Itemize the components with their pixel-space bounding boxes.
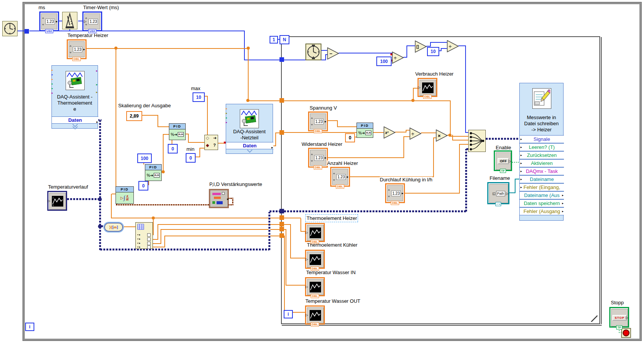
temperatur-wasser-out-indicator[interactable]: ▷ DBL bbox=[305, 305, 325, 325]
increment-decrement-icon[interactable] bbox=[42, 17, 45, 26]
increment-decrement-icon[interactable] bbox=[333, 173, 336, 181]
port-row-aktivieren[interactable]: ▸Aktivieren bbox=[520, 159, 564, 167]
divide-function[interactable]: ÷ bbox=[392, 52, 404, 65]
daq-assistent-thermoelemente[interactable]: DAQ-Assistent - Thermoelement e Daten ▸ … bbox=[51, 65, 98, 129]
pid-gains-cluster[interactable]: ▸ bbox=[209, 189, 229, 208]
decorative bbox=[310, 310, 321, 321]
expand-chevron-icon[interactable] bbox=[226, 150, 273, 152]
wait-until-next-ms-metronome-icon[interactable] bbox=[62, 12, 77, 29]
expand-chevron-icon[interactable] bbox=[52, 124, 98, 129]
hundred-constant[interactable]: 100 bbox=[137, 153, 152, 163]
loop-count-constant[interactable]: 1 bbox=[270, 36, 278, 44]
decorative bbox=[470, 136, 472, 138]
index-array[interactable]: ▪·▸ ▪·▸ ▪·▸ ▪·▸ bbox=[135, 222, 153, 249]
wire-junction bbox=[247, 47, 250, 50]
zero-constant[interactable]: 0 bbox=[168, 144, 178, 153]
port-row-daqmx-task[interactable]: ▸DAQmx - Task bbox=[520, 167, 564, 175]
index-array-element-function[interactable]: [] bbox=[415, 40, 427, 54]
decorative: 20 bbox=[52, 196, 63, 207]
wire bbox=[199, 148, 200, 157]
hundred-constant[interactable]: 100 bbox=[376, 57, 392, 66]
decorative bbox=[422, 82, 434, 93]
tick-count-clock-icon[interactable] bbox=[305, 44, 321, 60]
temperaturverlauf-chart[interactable]: ▷ 20 bbox=[47, 191, 67, 211]
write-measurement-file-vi[interactable]: Messwerte in Datei schreiben -> Heizer ▸… bbox=[519, 83, 564, 221]
thermoelement-kuehler-indicator[interactable]: ▷ DBL bbox=[305, 250, 325, 269]
wire bbox=[157, 224, 158, 240]
zero-constant[interactable]: 0 bbox=[138, 181, 148, 191]
max-constant[interactable]: 10 bbox=[193, 92, 205, 102]
port-row-fehler-eingang[interactable]: ▸Fehler (Eingang, bbox=[520, 183, 564, 191]
increment-decrement-icon[interactable] bbox=[311, 153, 314, 162]
port-row-dateiname-aus[interactable]: Dateiname (Aus▸ bbox=[520, 191, 564, 199]
pid-percent-to-egu-2[interactable]: PID %➔n.n bbox=[145, 164, 162, 181]
decorative: d bbox=[127, 195, 128, 197]
thermoelement-heizer-indicator[interactable]: ▷ DBL bbox=[305, 223, 325, 242]
increment-decrement-icon[interactable] bbox=[311, 117, 314, 126]
wire bbox=[87, 48, 116, 49]
decorative bbox=[217, 201, 223, 204]
wait-timer-clock-icon[interactable] bbox=[2, 21, 18, 36]
pid-percent-to-egu-1[interactable]: PID %➔n.n bbox=[169, 123, 186, 140]
loop-resize-notch[interactable] bbox=[591, 315, 597, 322]
anzahl-control[interactable]: 1.23 ▸ DBL bbox=[330, 167, 350, 187]
pid-percent-to-egu-3[interactable]: PID %➔n.n bbox=[357, 123, 373, 138]
stopp-control[interactable]: STOP ▷ TF bbox=[609, 307, 629, 328]
divide-function[interactable]: ÷ bbox=[447, 40, 459, 54]
widerstand-control[interactable]: 1.23 ▸ DBL bbox=[308, 148, 328, 168]
enable-control[interactable]: OFF ▷ TF bbox=[494, 150, 512, 171]
temperatur-heizer-control[interactable]: 1.23 ▸ DBL bbox=[67, 39, 87, 59]
spannung-control[interactable]: 1.23 ▸ DBL bbox=[308, 111, 328, 131]
for-loop-n-terminal[interactable]: N bbox=[279, 35, 289, 44]
index-row: ▪·▸ bbox=[137, 237, 140, 241]
pid-vi[interactable]: PID ▷ ∫ ddt bbox=[116, 186, 134, 204]
square-function[interactable]: x² bbox=[384, 126, 396, 140]
divide-function[interactable]: ÷ bbox=[410, 128, 422, 141]
in-range-and-coerce[interactable]: ◇ ◆ ➜ ? bbox=[204, 135, 218, 150]
wire bbox=[244, 31, 245, 60]
verbrauch-heizer-indicator[interactable]: ▷ DBL bbox=[418, 78, 437, 97]
merge-signals[interactable] bbox=[468, 130, 486, 152]
decorative bbox=[14, 28, 15, 29]
for-loop-iteration-terminal[interactable]: i bbox=[284, 310, 293, 318]
min-constant[interactable]: 0 bbox=[186, 153, 196, 163]
skalierung-constant[interactable]: 2,89 bbox=[126, 111, 142, 121]
port-row-daten-speichern[interactable]: Daten speichern▸ bbox=[520, 199, 564, 207]
multiply-function[interactable]: × bbox=[436, 129, 448, 143]
decorative bbox=[310, 228, 321, 238]
ten-constant[interactable]: 10 bbox=[427, 47, 439, 56]
filename-control[interactable]: ◱ Path ▷ ⌐¬ bbox=[487, 182, 509, 204]
temperatur-wasser-in-indicator[interactable]: ▷ DBL bbox=[305, 277, 325, 296]
wire bbox=[99, 120, 101, 250]
decorative: 2 bbox=[53, 197, 54, 199]
stop-button[interactable]: STOP bbox=[612, 315, 627, 321]
timer-wert-indicator[interactable]: ▷ 1.23 U32 bbox=[82, 11, 102, 31]
decorative[interactable]: Path bbox=[496, 191, 506, 196]
port-row-fehler-ausgang[interactable]: Fehler (Ausgang▸ bbox=[520, 207, 564, 215]
decorative bbox=[310, 257, 320, 263]
tunnel bbox=[24, 29, 29, 34]
question-icon: ? bbox=[213, 143, 216, 147]
daq-assistent-netzteil[interactable]: DAQ-Assistent -Netzteil Daten ▸ ▸ ▸ ▸ ▸ bbox=[226, 104, 273, 154]
loop-condition-terminal[interactable] bbox=[621, 328, 631, 338]
port-row-zuruecksetzen[interactable]: ▸Zurücksetzen bbox=[520, 151, 564, 159]
port-row-signale[interactable]: ▸Signale bbox=[520, 135, 564, 143]
subtract-function[interactable]: − bbox=[327, 47, 339, 61]
decorative bbox=[306, 44, 321, 60]
zero-constant[interactable]: 0 bbox=[345, 133, 355, 142]
port-row-dateiname[interactable]: ▸Dateiname bbox=[520, 175, 564, 183]
increment-decrement-icon[interactable] bbox=[388, 189, 391, 197]
type-tag: U32 bbox=[45, 29, 53, 33]
convert-from-dynamic-data[interactable]: ⟩⟨ [ db ] bbox=[103, 222, 124, 233]
off-button[interactable]: OFF bbox=[498, 158, 509, 164]
durchlauf-control[interactable]: 1.23 ▸ DBL bbox=[385, 183, 405, 203]
while-loop-iteration-terminal[interactable]: i bbox=[25, 323, 34, 331]
type-tag: U32 bbox=[88, 29, 96, 33]
ms-control[interactable]: 1.23 ▸ U32 bbox=[39, 11, 59, 31]
port-row-leeren[interactable]: ▸Leeren? (T) bbox=[520, 143, 564, 151]
decorative bbox=[311, 124, 313, 126]
decorative bbox=[388, 196, 390, 197]
decorative: DAQmx - Task bbox=[526, 168, 558, 174]
increment-decrement-icon[interactable] bbox=[69, 45, 72, 53]
decorative bbox=[282, 325, 602, 326]
